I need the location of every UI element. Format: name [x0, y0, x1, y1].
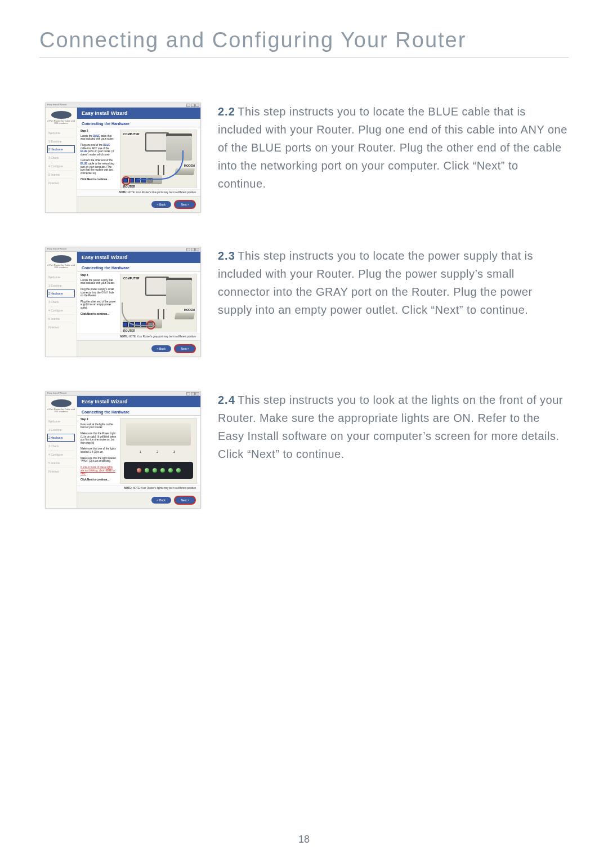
step-text: This step instructs you to locate the BL… [218, 105, 567, 190]
back-button[interactable]: < Back [151, 345, 171, 352]
next-button[interactable]: Next > [174, 200, 196, 209]
wizard-titlebar: Easy Install Wizard [46, 103, 200, 108]
back-button[interactable]: < Back [151, 497, 171, 504]
blue-cable [137, 150, 184, 180]
wizard-sidebar: 4 Port Router for Cable and DSL modems W… [46, 108, 77, 212]
wizard-header: Easy Install Wizard [77, 108, 200, 119]
wizard-screenshot-3: Easy Install Wizard 4 Port Router for Ca… [45, 391, 201, 509]
router-lights-strip [124, 462, 193, 479]
brand-logo [51, 111, 71, 119]
page-number: 18 [0, 834, 608, 845]
port-led [145, 468, 149, 473]
row-step-2-2: Easy Install Wizard 4 Port Router for Ca… [39, 103, 569, 213]
step-number: 2.2 [218, 105, 235, 118]
wizard-note: NOTE: NOTE: Your Router's blue ports may… [77, 189, 200, 196]
next-button[interactable]: Next > [174, 344, 196, 353]
next-button[interactable]: Next > [174, 496, 196, 505]
power-led [137, 468, 141, 473]
wizard-screenshot-2: Easy Install Wizard 4 Port Router for Ca… [45, 247, 201, 357]
page: Connecting and Configuring Your Router E… [0, 0, 608, 868]
wizard-screenshot-1: Easy Install Wizard 4 Port Router for Ca… [45, 103, 201, 213]
back-button[interactable]: < Back [151, 201, 171, 208]
row-step-2-4: Easy Install Wizard 4 Port Router for Ca… [39, 391, 569, 509]
page-title: Connecting and Configuring Your Router [39, 28, 569, 57]
wizard-subheader: Connecting the Hardware [77, 119, 200, 127]
row-step-2-3: Easy Install Wizard 4 Port Router for Ca… [39, 247, 569, 357]
wizard-illustration: COMPUTER MODEM ROUTER [120, 130, 197, 188]
wizard-instructions: Step 2 Locate the BLUE cable that was in… [81, 130, 117, 188]
router-top-illustration [126, 423, 191, 446]
wan-led [176, 468, 181, 473]
